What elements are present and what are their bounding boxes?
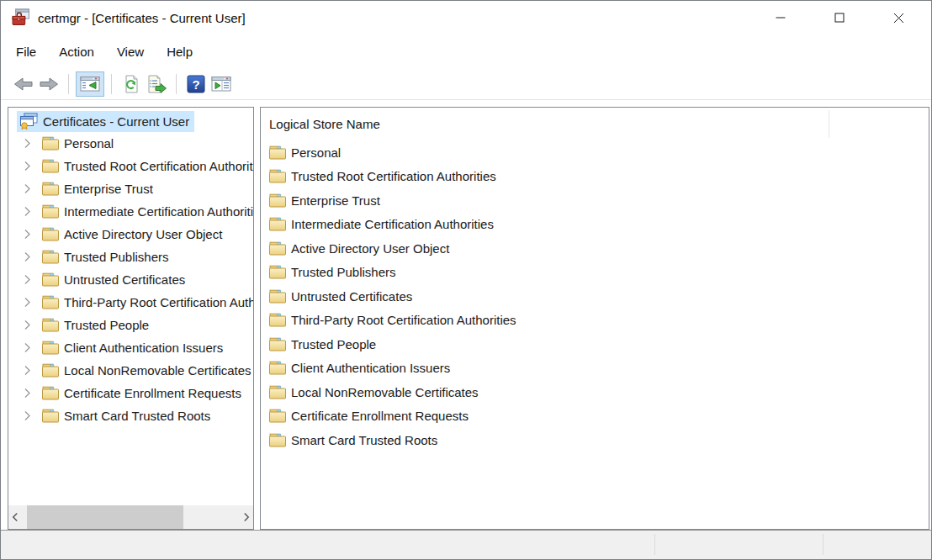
list-item-label: Client Authentication Issuers xyxy=(291,361,450,375)
menu-item[interactable]: Help xyxy=(165,42,194,61)
console-tree-panel: Certificates - Current User Personal Tru… xyxy=(8,107,254,530)
tree-horizontal-scrollbar[interactable] xyxy=(8,505,253,529)
column-divider[interactable] xyxy=(829,110,829,138)
folder-icon xyxy=(269,337,286,351)
chevron-right-icon[interactable] xyxy=(24,274,31,285)
chevron-right-icon[interactable] xyxy=(24,251,31,262)
scrollbar-track[interactable] xyxy=(22,505,240,529)
list-item-label: Personal xyxy=(291,145,341,160)
folder-icon xyxy=(269,265,286,279)
scroll-right-arrow[interactable] xyxy=(240,505,253,529)
list-item[interactable]: Personal xyxy=(261,140,929,165)
tree-item[interactable]: Client Authentication Issuers xyxy=(8,336,253,359)
tree-item[interactable]: Local NonRemovable Certificates xyxy=(8,359,253,382)
minimize-button[interactable] xyxy=(751,1,810,34)
maximize-button[interactable] xyxy=(810,1,869,34)
tree-item-label: Client Authentication Issuers xyxy=(64,341,223,355)
chevron-right-icon[interactable] xyxy=(24,388,31,399)
refresh-button[interactable] xyxy=(119,71,144,97)
tree-root-item[interactable]: Certificates - Current User xyxy=(17,111,194,132)
list-item[interactable]: Active Directory User Object xyxy=(261,236,929,261)
list-item[interactable]: Local NonRemovable Certificates xyxy=(261,380,929,404)
scroll-left-arrow[interactable] xyxy=(8,505,22,529)
window-title: certmgr - [Certificates - Current User] xyxy=(38,11,246,25)
tree-item[interactable]: Active Directory User Object xyxy=(8,223,253,246)
chevron-right-icon[interactable] xyxy=(24,365,31,376)
tree-item-label: Smart Card Trusted Roots xyxy=(64,409,210,423)
minimize-icon xyxy=(776,13,786,23)
chevron-right-icon[interactable] xyxy=(24,342,31,353)
scrollbar-thumb[interactable] xyxy=(27,505,183,529)
back-button[interactable] xyxy=(11,71,36,97)
close-button[interactable] xyxy=(869,1,928,34)
tree-item[interactable]: Trusted Publishers xyxy=(8,246,253,268)
folder-icon xyxy=(269,145,286,160)
list-item[interactable]: Intermediate Certification Authorities xyxy=(261,213,929,237)
tree-item[interactable]: Smart Card Trusted Roots xyxy=(8,404,253,427)
list-item-label: Trusted Publishers xyxy=(291,265,396,279)
list-item-label: Trusted People xyxy=(291,337,376,351)
list-item[interactable]: Smart Card Trusted Roots xyxy=(261,428,929,452)
chevron-right-icon[interactable] xyxy=(24,297,31,308)
folder-icon xyxy=(269,361,286,375)
tree-item-label: Trusted Publishers xyxy=(64,250,169,264)
list-item-label: Active Directory User Object xyxy=(291,241,449,256)
tree-item[interactable]: Third-Party Root Certification Authoriti… xyxy=(8,291,253,314)
folder-icon xyxy=(42,227,59,241)
toolbar-separator xyxy=(111,74,112,94)
list-item[interactable]: Trusted People xyxy=(261,332,929,357)
tree-item[interactable]: Trusted People xyxy=(8,314,253,336)
folder-icon xyxy=(269,289,286,304)
toolbar: ? xyxy=(1,69,931,100)
tree-item-label: Active Directory User Object xyxy=(64,227,222,241)
folder-icon xyxy=(42,204,59,219)
folder-icon xyxy=(42,295,59,309)
folder-icon xyxy=(42,159,59,173)
list-item[interactable]: Third-Party Root Certification Authoriti… xyxy=(261,309,929,333)
list-item-label: Third-Party Root Certification Authoriti… xyxy=(291,313,516,327)
show-action-pane-button[interactable] xyxy=(209,71,234,97)
menu-item[interactable]: File xyxy=(14,42,38,61)
list-item-label: Certificate Enrollment Requests xyxy=(291,409,469,423)
tree-item[interactable]: Untrusted Certificates xyxy=(8,268,253,291)
folder-icon xyxy=(42,182,59,196)
window-controls xyxy=(751,1,928,36)
list-item-label: Intermediate Certification Authorities xyxy=(291,217,494,231)
forward-button[interactable] xyxy=(36,71,61,97)
chevron-right-icon[interactable] xyxy=(24,206,31,217)
show-console-tree-button[interactable] xyxy=(76,71,104,97)
tree-item-label: Local NonRemovable Certificates xyxy=(64,363,252,378)
tree-item[interactable]: Intermediate Certification Authorities xyxy=(8,200,253,223)
menu-item[interactable]: View xyxy=(115,42,146,61)
chevron-right-icon[interactable] xyxy=(24,410,31,421)
list-item[interactable]: Untrusted Certificates xyxy=(261,284,929,309)
chevron-right-icon[interactable] xyxy=(24,138,31,149)
list-item[interactable]: Trusted Publishers xyxy=(261,261,929,285)
export-list-button[interactable] xyxy=(144,71,169,97)
tree-item-label: Trusted Root Certification Authorities xyxy=(64,159,253,173)
list-item[interactable]: Certificate Enrollment Requests xyxy=(261,404,929,429)
folder-icon xyxy=(269,313,286,327)
tree-item[interactable]: Enterprise Trust xyxy=(8,177,253,200)
list-item[interactable]: Client Authentication Issuers xyxy=(261,357,929,381)
list-item[interactable]: Enterprise Trust xyxy=(261,188,929,213)
list-item[interactable]: Trusted Root Certification Authorities xyxy=(261,165,929,189)
folder-icon xyxy=(269,241,286,256)
chevron-right-icon[interactable] xyxy=(24,229,31,240)
status-bar xyxy=(1,530,931,559)
chevron-right-icon[interactable] xyxy=(24,161,31,172)
chevron-right-icon[interactable] xyxy=(24,320,31,330)
menu-bar: File Action View Help xyxy=(1,34,931,69)
toolbar-separator xyxy=(68,74,69,94)
certificates-root-icon xyxy=(19,113,38,130)
tree-item[interactable]: Personal xyxy=(8,132,253,155)
help-button[interactable]: ? xyxy=(183,71,209,97)
tree-item-label: Certificate Enrollment Requests xyxy=(64,386,241,400)
folder-icon xyxy=(42,136,59,151)
tree-item-label: Intermediate Certification Authorities xyxy=(64,204,253,219)
tree-item[interactable]: Certificate Enrollment Requests xyxy=(8,382,253,404)
column-header-logical-store-name[interactable]: Logical Store Name xyxy=(261,108,929,140)
chevron-right-icon[interactable] xyxy=(24,183,31,194)
menu-item[interactable]: Action xyxy=(57,42,96,61)
tree-item[interactable]: Trusted Root Certification Authorities xyxy=(8,155,253,177)
